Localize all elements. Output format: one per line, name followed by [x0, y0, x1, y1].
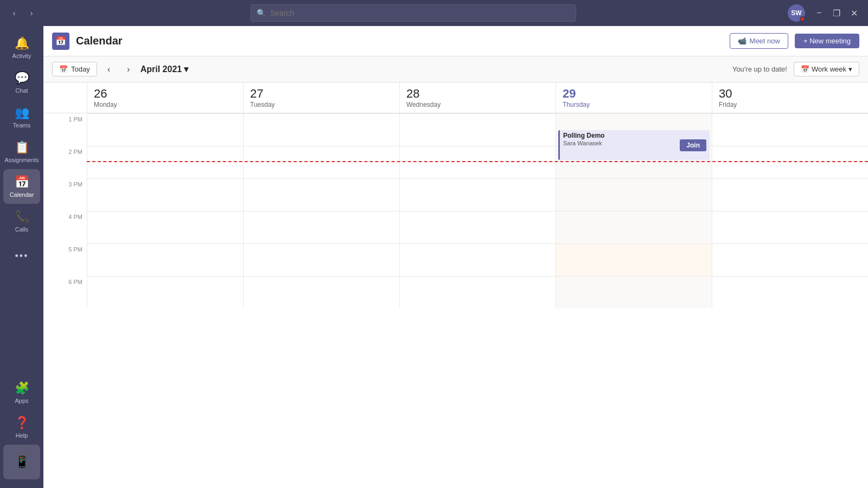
prev-week-button[interactable]: ‹ — [101, 62, 117, 77]
day-cell-thu-3pm[interactable] — [556, 178, 712, 211]
sidebar-apps-label: Apps — [15, 397, 28, 404]
day-cell-tue-6pm[interactable] — [243, 276, 399, 309]
next-week-button[interactable]: › — [121, 62, 136, 77]
activity-icon: 🔔 — [15, 36, 29, 50]
day-cell-mon-4pm[interactable] — [87, 211, 243, 243]
day-cell-fri-1pm[interactable] — [712, 113, 868, 146]
day-cell-wed-4pm[interactable] — [399, 211, 556, 243]
sidebar-item-help[interactable]: ❓ Help — [3, 410, 40, 445]
sidebar-item-teams[interactable]: 👥 Teams — [3, 100, 40, 134]
day-cell-tue-1pm[interactable] — [243, 113, 399, 146]
forward-button[interactable]: › — [24, 5, 39, 21]
day-header-mon: 26 Monday — [87, 82, 243, 113]
day-cell-mon-2pm[interactable] — [87, 146, 243, 178]
meet-now-button[interactable]: 📹 Meet now — [730, 33, 788, 49]
day-cell-wed-1pm[interactable] — [399, 113, 556, 146]
time-grid-scroll[interactable]: 1 PM Polling Demo Sara Wanasek Join — [43, 113, 868, 488]
new-meeting-button[interactable]: + New meeting — [795, 34, 859, 48]
main-layout: 🔔 Activity 💬 Chat 👥 Teams 📋 Assignments … — [0, 26, 868, 488]
day-cell-thu-6pm[interactable] — [556, 276, 712, 309]
apps-icon: 🧩 — [15, 381, 29, 395]
sidebar-item-more[interactable]: ••• — [3, 239, 40, 273]
time-label-2pm: 2 PM — [43, 146, 87, 178]
day-name-fri: Friday — [719, 101, 861, 108]
calendar-event-polling-demo[interactable]: Polling Demo Sara Wanasek Join — [558, 130, 710, 160]
minimize-button[interactable]: − — [812, 5, 827, 21]
day-header-wed: 28 Wednesday — [399, 82, 556, 113]
calendar-toolbar: 📅 Today ‹ › April 2021 ▾ You're up to da… — [43, 56, 868, 82]
chevron-down-icon: ▾ — [184, 64, 188, 74]
day-cell-thu-4pm[interactable] — [556, 211, 712, 243]
day-cell-wed-2pm[interactable] — [399, 146, 556, 178]
sidebar-help-label: Help — [16, 432, 28, 439]
sidebar-item-calls[interactable]: 📞 Calls — [3, 204, 40, 239]
day-cell-mon-5pm[interactable] — [87, 243, 243, 276]
chat-icon: 💬 — [15, 71, 29, 85]
up-to-date-text: You're up to date! — [732, 65, 787, 73]
sidebar-item-activity[interactable]: 🔔 Activity — [3, 30, 40, 65]
day-name-tue: Tuesday — [250, 101, 393, 108]
day-cell-mon-1pm[interactable] — [87, 113, 243, 146]
day-cell-fri-6pm[interactable] — [712, 276, 868, 309]
day-cell-mon-3pm[interactable] — [87, 178, 243, 211]
close-button[interactable]: ✕ — [846, 5, 861, 21]
day-cell-wed-3pm[interactable] — [399, 178, 556, 211]
day-num-27: 27 — [250, 87, 393, 101]
maximize-button[interactable]: ❐ — [829, 5, 844, 21]
event-subtitle: Sara Wanasek — [563, 140, 602, 146]
day-header-thu: 29 Thursday — [556, 82, 712, 113]
sidebar: 🔔 Activity 💬 Chat 👥 Teams 📋 Assignments … — [0, 26, 43, 488]
calendar-icon: 📅 — [15, 175, 29, 189]
view-selector[interactable]: 📅 Work week ▾ — [794, 62, 859, 76]
month-label[interactable]: April 2021 ▾ — [141, 64, 188, 74]
avatar[interactable]: SW — [788, 4, 805, 22]
window-controls: − ❐ ✕ — [812, 5, 861, 21]
sidebar-item-apps[interactable]: 🧩 Apps — [3, 375, 40, 410]
search-input[interactable] — [270, 9, 570, 17]
mobile-icon: 📱 — [15, 455, 29, 469]
today-label: Today — [71, 65, 90, 73]
day-num-26: 26 — [94, 87, 237, 101]
day-cell-tue-2pm[interactable] — [243, 146, 399, 178]
day-cell-tue-4pm[interactable] — [243, 211, 399, 243]
time-label-3pm: 3 PM — [43, 178, 87, 211]
event-title: Polling Demo — [563, 132, 605, 139]
calls-icon: 📞 — [15, 210, 29, 224]
day-cell-mon-6pm[interactable] — [87, 276, 243, 309]
title-bar: ‹ › 🔍 SW − ❐ ✕ — [0, 0, 868, 26]
day-cell-thu-5pm[interactable] — [556, 243, 712, 276]
day-header-fri: 30 Friday — [712, 82, 868, 113]
calendar-header-right: 📹 Meet now + New meeting — [730, 33, 859, 49]
day-cell-wed-5pm[interactable] — [399, 243, 556, 276]
day-num-28: 28 — [406, 87, 549, 101]
toolbar-right: You're up to date! 📅 Work week ▾ — [732, 62, 859, 76]
day-cell-tue-5pm[interactable] — [243, 243, 399, 276]
sidebar-item-label: Calls — [15, 226, 28, 233]
avatar-badge — [800, 16, 805, 22]
today-button[interactable]: 📅 Today — [52, 62, 97, 76]
time-label-6pm: 6 PM — [43, 276, 87, 309]
sidebar-item-mobile[interactable]: 📱 — [3, 445, 40, 479]
view-chevron-icon: ▾ — [848, 65, 852, 73]
sidebar-item-label: Chat — [15, 87, 28, 94]
day-cell-fri-3pm[interactable] — [712, 178, 868, 211]
join-button[interactable]: Join — [680, 139, 706, 151]
day-headers: 26 Monday 27 Tuesday 28 Wednesday 29 Thu… — [43, 82, 868, 113]
video-icon: 📹 — [738, 37, 746, 45]
back-button[interactable]: ‹ — [7, 5, 22, 21]
day-cell-tue-3pm[interactable] — [243, 178, 399, 211]
sidebar-item-assignments[interactable]: 📋 Assignments — [3, 134, 40, 169]
meet-now-label: Meet now — [750, 37, 780, 45]
avatar-initials: SW — [791, 9, 801, 17]
sidebar-item-calendar[interactable]: 📅 Calendar — [3, 169, 40, 204]
view-calendar-icon: 📅 — [801, 65, 809, 73]
sidebar-item-chat[interactable]: 💬 Chat — [3, 65, 40, 100]
day-cell-thu-1pm[interactable]: Polling Demo Sara Wanasek Join — [556, 113, 712, 146]
day-cell-wed-6pm[interactable] — [399, 276, 556, 309]
day-cell-fri-4pm[interactable] — [712, 211, 868, 243]
title-bar-nav: ‹ › — [7, 5, 39, 21]
day-cell-fri-2pm[interactable] — [712, 146, 868, 178]
day-cell-fri-5pm[interactable] — [712, 243, 868, 276]
search-bar[interactable]: 🔍 — [251, 4, 576, 22]
day-name-thu: Thursday — [563, 101, 705, 108]
